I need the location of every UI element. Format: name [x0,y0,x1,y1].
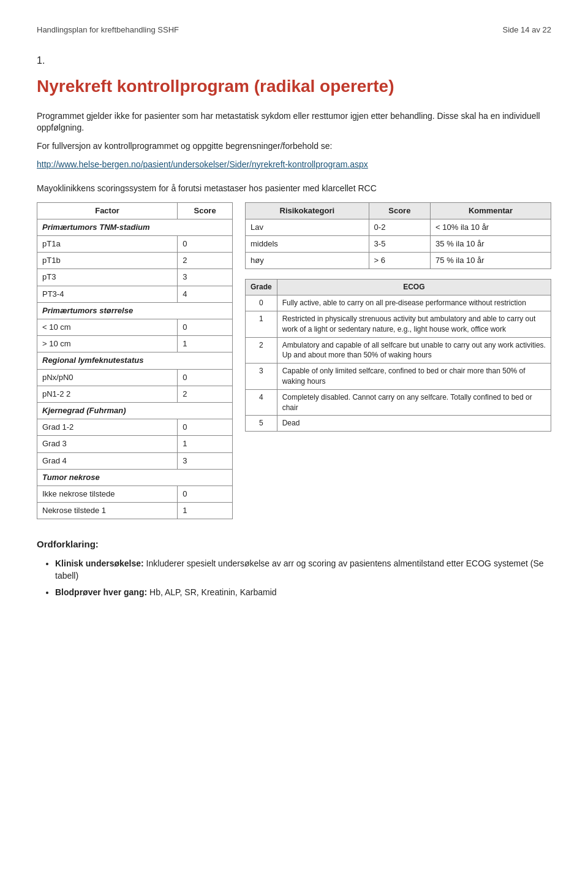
table-row: < 10 cm0 [37,319,233,336]
table-row: 5Dead [246,416,551,432]
table-row: middels3-535 % ila 10 år [246,236,551,253]
ecog-header-ecog: ECOG [277,280,551,295]
table-row: Lav0-2< 10% ila 10 år [246,219,551,235]
table-row: 0Fully active, able to carry on all pre-… [246,295,551,311]
term-desc: Hb, ALP, SR, Kreatinin, Karbamid [149,587,277,597]
table-row: pN1-2 22 [37,386,233,402]
ecog-header-grade: Grade [246,280,277,295]
table-row: Grad 31 [37,436,233,452]
table-row: Grad 1-20 [37,419,233,436]
table-row: 4Completely disabled. Cannot carry on an… [246,389,551,416]
page-header: Handlingsplan for kreftbehandling SSHF S… [37,25,551,36]
table-row: Nekrose tilstede 11 [37,503,233,519]
term-label: Blodprøver hver gang: [55,587,149,597]
factor-table: Factor Score Primærtumors TNM-stadiumpT1… [37,202,233,520]
risiko-header-1: Score [369,202,431,219]
ordforklaring: Ordforklaring: Klinisk undersøkelse: Ink… [37,538,551,599]
right-section: Risikokategori Score Kommentar Lav0-2< 1… [245,202,551,520]
term-label: Klinisk undersøkelse: [55,558,146,568]
scoring-intro: Mayoklinikkens scoringssystem for å foru… [37,183,551,195]
table-row: 1Restricted in physically strenuous acti… [246,311,551,338]
table-row: pT1a0 [37,236,233,253]
table-row: høy> 675 % ila 10 år [246,253,551,269]
intro-para2: For fullversjon av kontrollprogrammet og… [37,140,551,153]
risiko-header-2: Kommentar [431,202,551,219]
table-row: pT33 [37,269,233,286]
risiko-table: Risikokategori Score Kommentar Lav0-2< 1… [245,202,551,270]
list-item: Blodprøver hver gang: Hb, ALP, SR, Kreat… [55,587,551,599]
tables-container: Factor Score Primærtumors TNM-stadiumpT1… [37,202,551,520]
table-row: pNx/pN00 [37,369,233,386]
table-row: Ikke nekrose tilstede0 [37,486,233,502]
score-col-header: Score [178,202,233,219]
ordforklaring-list: Klinisk undersøkelse: Inkluderer spesiel… [37,558,551,599]
factor-table-wrap: Factor Score Primærtumors TNM-stadiumpT1… [37,202,233,520]
header-right: Side 14 av 22 [502,25,551,36]
table-row: > 10 cm1 [37,336,233,352]
header-left: Handlingsplan for kreftbehandling SSHF [37,25,179,36]
table-row: 2Ambulatory and capable of all selfcare … [246,337,551,364]
table-row: pT1b2 [37,253,233,269]
table-row: 3Capable of only limited selfcare, confi… [246,364,551,390]
factor-col-header: Factor [37,202,178,219]
table-row: Grad 43 [37,452,233,469]
ecog-table: Grade ECOG 0Fully active, able to carry … [245,279,551,432]
table-row: PT3-44 [37,286,233,302]
risiko-header-0: Risikokategori [246,202,369,219]
list-item: Klinisk undersøkelse: Inkluderer spesiel… [55,558,551,582]
intro-link[interactable]: http://www.helse-bergen.no/pasient/under… [37,159,368,169]
intro-para1: Programmet gjelder ikke for pasienter so… [37,110,551,134]
ordforklaring-title: Ordforklaring: [37,538,551,550]
section-number: 1. [37,54,551,67]
main-title: Nyrekreft kontrollprogram (radikal opere… [37,74,551,98]
